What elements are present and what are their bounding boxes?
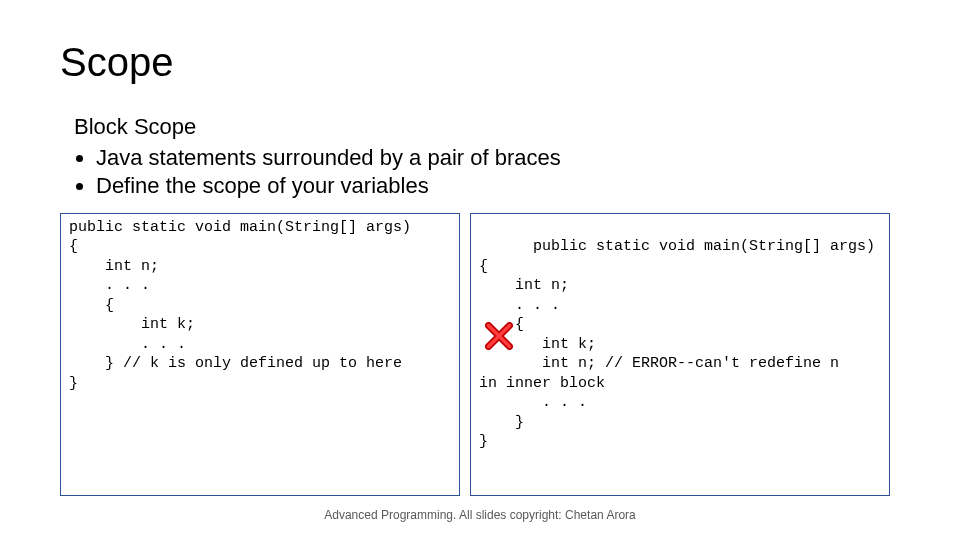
bullet-item: Define the scope of your variables bbox=[96, 172, 900, 201]
subheading: Block Scope bbox=[74, 113, 900, 142]
bullet-list: Java statements surrounded by a pair of … bbox=[74, 144, 900, 201]
code-row: public static void main(String[] args) {… bbox=[60, 213, 900, 496]
slide-body: Block Scope Java statements surrounded b… bbox=[74, 113, 900, 201]
code-text: public static void main(String[] args) {… bbox=[479, 238, 875, 450]
code-block-left: public static void main(String[] args) {… bbox=[60, 213, 460, 496]
bullet-item: Java statements surrounded by a pair of … bbox=[96, 144, 900, 173]
slide: Scope Block Scope Java statements surrou… bbox=[0, 0, 960, 540]
code-block-right: public static void main(String[] args) {… bbox=[470, 213, 890, 496]
slide-title: Scope bbox=[60, 40, 900, 85]
slide-footer: Advanced Programming. All slides copyrig… bbox=[0, 508, 960, 522]
